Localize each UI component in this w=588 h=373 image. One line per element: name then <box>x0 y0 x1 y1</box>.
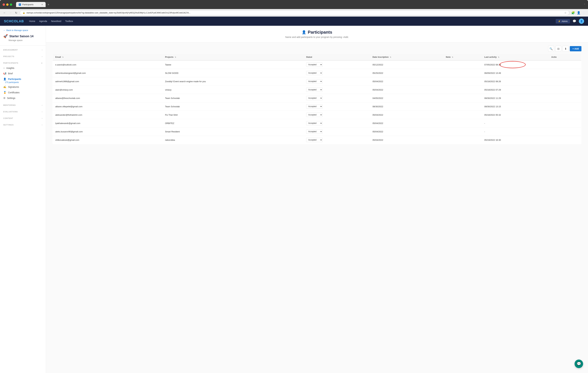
back-to-manage-link[interactable]: Back to Manage space <box>0 29 46 34</box>
sort-icon: ⇅ <box>62 56 63 58</box>
chevron-right-icon: › <box>42 104 42 106</box>
sidebar-item-settings[interactable]: ⚙ Settings <box>0 95 46 101</box>
cell-email: albane.villepelet@gmail.com <box>53 102 162 111</box>
sidebar-item-certificates[interactable]: 🏅 Certificates <box>0 90 46 95</box>
messages-icon[interactable]: 💬 <box>573 19 576 23</box>
tab-close-icon[interactable]: ✕ <box>41 3 43 6</box>
space-title: 🚀 Starter Saison 14 <box>3 34 42 38</box>
add-button[interactable]: + Add <box>570 46 581 51</box>
address-bar: ← → ↻ 🔒 startups.schoolab.tools/program/… <box>0 9 588 17</box>
main-layout: Back to Manage space 🚀 Starter Saison 14… <box>0 26 588 373</box>
new-tab-button[interactable]: + <box>46 2 51 7</box>
cell-email: lyakhalexandr@gmail.com <box>53 119 162 127</box>
chevron-down-icon: ∨ <box>41 62 42 64</box>
window-controls: ⌃ <box>584 3 585 6</box>
status-select[interactable]: Accepted <box>306 104 323 109</box>
status-select[interactable]: Accepted <box>306 121 323 125</box>
url-bar[interactable]: 🔒 startups.schoolab.tools/program/125/ma… <box>20 10 569 15</box>
sidebar-mentoring-label[interactable]: MENTORING › <box>0 104 46 107</box>
sort-icon: ⇅ <box>452 56 453 58</box>
lock-icon: 🔒 <box>23 12 25 14</box>
col-note[interactable]: Note ⇅ <box>443 54 482 61</box>
filter-button[interactable]: ⊟ <box>555 46 561 52</box>
reload-button[interactable]: ↻ <box>14 11 18 15</box>
chat-bubble-button[interactable]: 💬 <box>575 360 583 368</box>
nav-toolbox[interactable]: Toolbox <box>65 20 73 22</box>
cell-email: shlikovalexei@gmail.com <box>53 136 162 144</box>
sort-icon: ⇅ <box>175 56 176 58</box>
cell-action <box>549 60 581 69</box>
cell-note <box>443 60 482 69</box>
bookmark-icon[interactable]: ☆ <box>564 11 567 14</box>
sidebar-item-signatures[interactable]: ✍ Signatures <box>0 84 46 90</box>
nav-home[interactable]: Home <box>29 20 35 22</box>
download-button[interactable]: ⬇ <box>563 46 568 52</box>
sidebar-evaluations-label[interactable]: EVALUATIONS › <box>0 111 46 114</box>
avatar[interactable]: 👤 <box>579 19 584 24</box>
cell-email: adrineh1988@gmail.com <box>53 77 162 86</box>
cell-project: SLOW GOOD <box>162 69 304 77</box>
nav-newsfeed[interactable]: Newsfeed <box>51 20 61 22</box>
cell-last-activity: 08/30/2022 13:15 <box>482 102 549 111</box>
cell-date-inscription: 05/04/2022 <box>370 77 443 86</box>
cell-statut: Accepted <box>304 94 370 102</box>
more-icon[interactable]: ⋮ <box>582 11 585 15</box>
cell-project: Tawee <box>162 60 304 69</box>
close-button[interactable] <box>3 3 5 6</box>
col-statut[interactable]: Statut <box>304 54 370 61</box>
chevron-right-icon: › <box>42 49 42 51</box>
sidebar-participants-label[interactable]: PARTICIPANTS ∨ <box>0 62 46 65</box>
status-select[interactable]: Accepted <box>306 71 323 75</box>
minimize-button[interactable] <box>6 3 9 6</box>
cell-note <box>443 86 482 94</box>
active-tab[interactable]: S Participants ✕ <box>16 2 46 7</box>
status-select[interactable]: Accepted <box>306 88 323 92</box>
extensions-icon[interactable]: 🧩 <box>571 11 575 15</box>
status-select[interactable]: Accepted <box>306 96 323 100</box>
cell-action <box>549 86 581 94</box>
status-select[interactable]: Accepted <box>306 113 323 117</box>
sidebar-item-insights[interactable]: ○ Insights <box>0 65 46 71</box>
nav-agenda[interactable]: Agenda <box>39 20 47 22</box>
page-title: Participants <box>308 30 332 35</box>
col-email[interactable]: Email ⇅ <box>53 54 162 61</box>
status-select[interactable]: Accepted <box>306 129 323 134</box>
sidebar-settings-label[interactable]: SETTINGS › <box>0 124 46 127</box>
col-last-activity[interactable]: Last activity ⇅ <box>482 54 549 61</box>
cell-last-activity: 05/19/2022 16:30 <box>482 136 549 144</box>
cell-project: Team Schoolab <box>162 102 304 111</box>
cell-last-activity: - <box>482 119 549 127</box>
sidebar-section-content: CONTENT › <box>0 117 46 121</box>
sidebar-engagement-label[interactable]: ENGAGEMENT › <box>0 49 46 52</box>
sidebar-item-participants[interactable]: 👤 Participants <box>0 76 46 82</box>
cell-action <box>549 119 581 127</box>
col-projects[interactable]: Projects ⇅ <box>162 54 304 61</box>
cell-last-activity: 05/18/2022 08:26 <box>482 77 549 86</box>
signatures-icon: ✍ <box>3 85 6 88</box>
nav-links: Home Agenda Newsfeed Toolbox <box>29 20 550 22</box>
cell-email: adrienlouislangeard@gmail.com <box>53 69 162 77</box>
table-row: adrienlouislangeard@gmail.comSLOW GOODAc… <box>53 69 581 77</box>
participant-count: 173 participants <box>5 81 46 83</box>
back-nav-button[interactable]: ← <box>3 11 7 15</box>
sidebar-item-brief[interactable]: 📢 Brief <box>0 71 46 76</box>
col-date-inscription[interactable]: Date Inscription ⇅ <box>370 54 443 61</box>
sidebar-section-engagement: ENGAGEMENT › <box>0 49 46 52</box>
search-button[interactable]: 🔍 <box>548 46 554 52</box>
status-select[interactable]: Accepted <box>306 79 323 83</box>
sidebar-content-label[interactable]: CONTENT › <box>0 117 46 121</box>
participants-table: Email ⇅ Projects ⇅ Statut <box>52 54 581 144</box>
page-title-icon: 👤 <box>302 30 306 34</box>
cell-project: Zooddy! Event search engine made for you <box>162 77 304 86</box>
status-select[interactable]: Accepted <box>306 138 323 142</box>
highlight-circle <box>499 61 526 68</box>
maximize-button[interactable] <box>10 3 12 6</box>
forward-nav-button[interactable]: → <box>9 11 12 15</box>
status-select[interactable]: Accepted <box>306 62 323 67</box>
profile-icon[interactable]: 👤 <box>577 11 580 15</box>
cell-note <box>443 127 482 136</box>
admin-button[interactable]: Admin <box>556 19 570 23</box>
chevron-right-icon: › <box>42 56 42 57</box>
sidebar-projects-label[interactable]: PROJECTS › <box>0 55 46 59</box>
table-row: adrineh1988@gmail.comZooddy! Event searc… <box>53 77 581 86</box>
